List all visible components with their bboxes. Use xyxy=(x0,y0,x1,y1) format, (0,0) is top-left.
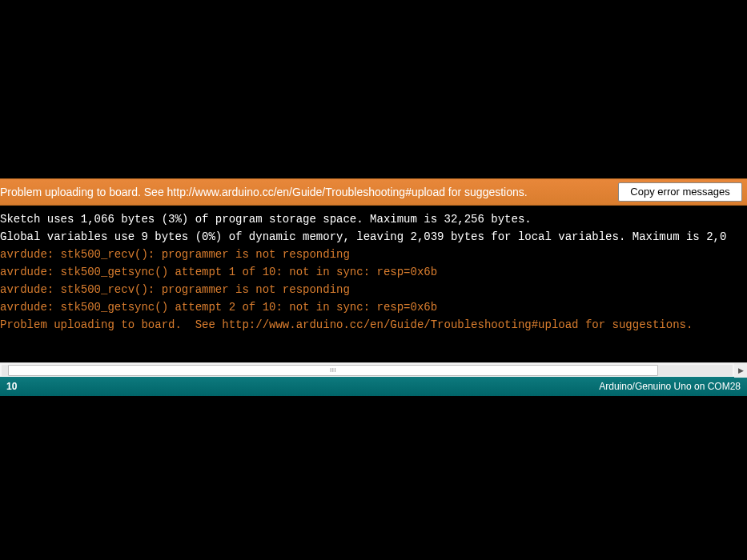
console-line: Problem uploading to board. See http://w… xyxy=(0,316,747,334)
copy-error-messages-button[interactable]: Copy error messages xyxy=(618,182,742,202)
console-line: avrdude: stk500_getsync() attempt 2 of 1… xyxy=(0,298,747,316)
error-status-bar: Problem uploading to board. See http://w… xyxy=(0,178,747,206)
console-output-panel: Sketch uses 1,066 bytes (3%) of program … xyxy=(0,206,747,362)
horizontal-scrollbar-track[interactable]: III xyxy=(2,365,733,376)
console-line: Global variables use 9 bytes (0%) of dyn… xyxy=(0,228,747,246)
console-line: avrdude: stk500_recv(): programmer is no… xyxy=(0,281,747,298)
status-bar: 10 Arduino/Genuino Uno on COM28 xyxy=(0,377,747,396)
console-line: avrdude: stk500_recv(): programmer is no… xyxy=(0,246,747,263)
scrollbar-grip-icon: III xyxy=(330,367,336,374)
horizontal-scrollbar-thumb[interactable]: III xyxy=(8,365,658,376)
horizontal-scrollbar[interactable]: III ▶ xyxy=(0,362,747,377)
scroll-right-arrow-icon[interactable]: ▶ xyxy=(734,363,747,378)
status-board-port: Arduino/Genuino Uno on COM28 xyxy=(599,381,741,392)
console-line: avrdude: stk500_getsync() attempt 1 of 1… xyxy=(0,263,747,281)
console-line: Sketch uses 1,066 bytes (3%) of program … xyxy=(0,210,747,228)
status-line-number: 10 xyxy=(6,381,17,392)
error-status-message: Problem uploading to board. See http://w… xyxy=(0,186,528,198)
